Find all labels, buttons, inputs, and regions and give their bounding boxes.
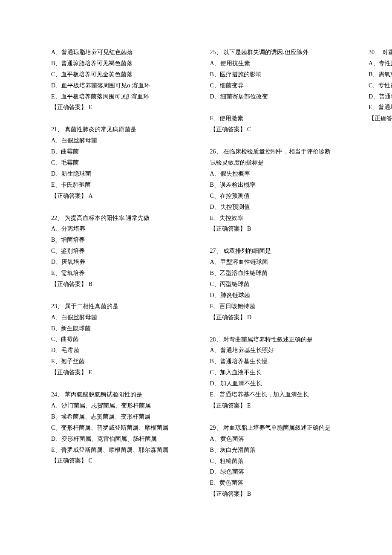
option: D、厌氧培养 bbox=[51, 257, 189, 268]
option: A、沙门菌属、志贺菌属、变形杆菌属 bbox=[51, 400, 189, 411]
answer: 【正确答案】 B bbox=[210, 223, 348, 234]
option: B、需氧或兼性厌氧菌 bbox=[369, 69, 392, 80]
option: A、假失控概率 bbox=[210, 168, 348, 179]
question-stem: 30、 对霍乱弧菌培养特性叙述正确的是 bbox=[369, 47, 392, 58]
option: A、普通琼脂培养可见红色菌落 bbox=[51, 47, 189, 58]
option: B、误差检出概率 bbox=[210, 179, 348, 191]
answer: 【正确答案】 D bbox=[210, 312, 348, 323]
option: A、专性厌氧菌 bbox=[369, 58, 392, 69]
option: C、鉴别培养 bbox=[51, 246, 189, 257]
option: D、普通培养基生长不良 bbox=[369, 91, 392, 102]
option: A、甲型溶血性链球菌 bbox=[210, 257, 348, 268]
option: E、血平板培养菌落周围可见β-溶血环 bbox=[51, 91, 189, 102]
option: C、细菌变异 bbox=[210, 80, 348, 91]
option: A、普通培养基生长照好 bbox=[210, 345, 348, 356]
question-25-partial: 25、 以下是菌群失调的诱因.但应除外 A、使用抗生素 B、医疗措施的影响 C、… bbox=[210, 47, 348, 102]
question-stem: 28、 对弯曲菌属培养特性叙述正确的是 bbox=[210, 334, 348, 345]
question-24: 24、 苯丙氨酸脱氨酶试验阳性的是 A、沙门菌属、志贺菌属、变形杆菌属 B、埃希… bbox=[51, 389, 189, 466]
question-29: 29、 对血琼脂上培养气单胞菌属叙述正确的是 A、黄色菌落 B、灰白光滑菌落 C… bbox=[210, 422, 348, 500]
option: C、在控预测值 bbox=[210, 191, 348, 202]
option: E、使用激素 bbox=[210, 113, 348, 124]
question-22: 22、 为提高血标本的阳性率.通常先做 A、分离培养 B、增菌培养 C、鉴别培养… bbox=[51, 213, 189, 290]
option: D、毛霉菌 bbox=[51, 345, 189, 356]
question-stem: 24、 苯丙氨酸脱氨酶试验阳性的是 bbox=[51, 389, 189, 400]
option: A、分离培养 bbox=[51, 223, 189, 234]
option: E、卡氏肺孢菌 bbox=[51, 179, 189, 191]
option: A、使用抗生素 bbox=[210, 58, 348, 69]
option: E、普通培养基不生长，加入血清生长 bbox=[210, 389, 348, 400]
option: D、细菌寄居部位改变 bbox=[210, 91, 348, 102]
option: A、黄色菌落 bbox=[210, 434, 348, 445]
option: B、医疗措施的影响 bbox=[210, 69, 348, 80]
page-columns: A、普通琼脂培养可见红色菌落 B、普通琼脂培养可见褐色菌落 C、血平板培养可见金… bbox=[51, 47, 347, 524]
option: C、丙型链球菌 bbox=[210, 279, 348, 290]
option: B、乙型溶血性链球菌 bbox=[210, 268, 348, 279]
option: C、专性需氧菌 bbox=[369, 80, 392, 91]
question-stem: 27、 成双排列的细菌是 bbox=[210, 246, 348, 257]
option: E、黄色菌落 bbox=[210, 477, 348, 489]
option: D、加人血清不生长 bbox=[210, 378, 348, 389]
question-stem: 29、 对血琼脂上培养气单胞菌属叙述正确的是 bbox=[210, 422, 348, 434]
option: B、普通培养基生长慢 bbox=[210, 356, 348, 367]
question-stem: 22、 为提高血标本的阳性率.通常先做 bbox=[51, 213, 189, 224]
option: C、血平板培养可见金黄色菌落 bbox=[51, 69, 189, 80]
option: C、加入血液不生长 bbox=[210, 367, 348, 378]
option: E、百日咳鲍特菌 bbox=[210, 301, 348, 312]
answer: 【正确答案】 E bbox=[51, 102, 189, 113]
option: B、埃希菌属、志贺菌属、变形杆菌属 bbox=[51, 411, 189, 422]
option: B、增菌培养 bbox=[51, 234, 189, 246]
option: D、血平板培养菌落周围可见α-溶血环 bbox=[51, 80, 189, 91]
option: E、普罗威登斯菌属、摩根菌属、耶尔森菌属 bbox=[51, 445, 189, 456]
option: C、曲霉菌 bbox=[51, 334, 189, 345]
option: E、需氧培养 bbox=[51, 268, 189, 279]
option: D、绿色菌落 bbox=[210, 466, 348, 477]
option: E、孢子丝菌 bbox=[51, 356, 189, 367]
question-stem-line: 试验灵敏度的指标是 bbox=[210, 157, 348, 168]
question-stem: 21、 真菌性肺炎的常见病原菌是 bbox=[51, 124, 189, 135]
option: B、灰白光滑菌落 bbox=[210, 445, 348, 456]
answer: 【正确答案】 A bbox=[51, 191, 189, 202]
option: B、曲霉菌 bbox=[51, 146, 189, 157]
option: B、新生隐球菌 bbox=[51, 323, 189, 334]
option: D、肺炎链球菌 bbox=[210, 290, 348, 301]
answer: 【正确答案】 C bbox=[210, 124, 348, 135]
option: D、失控预测值 bbox=[210, 202, 348, 213]
question-28: 28、 对弯曲菌属培养特性叙述正确的是 A、普通培养基生长照好 B、普通培养基生… bbox=[210, 334, 348, 411]
answer: 【正确答案】 B bbox=[51, 279, 189, 290]
option: C、变形杆菌属、普罗威登斯菌属、摩根菌属 bbox=[51, 422, 189, 434]
option: D、新生隐球菌 bbox=[51, 168, 189, 179]
option: D、变形杆菌属、克雷伯菌属、肠杆菌属 bbox=[51, 434, 189, 445]
answer: 【正确答案】 E bbox=[51, 367, 189, 378]
option: E、普通培养基不能生长 bbox=[369, 102, 392, 113]
answer: 【正确答案】 C bbox=[51, 455, 189, 466]
option: C、毛霉菌 bbox=[51, 157, 189, 168]
question-stem: 23、 属于二相性真菌的是 bbox=[51, 301, 189, 312]
question-stem-line: 26、 在临床检验质量控制中，相当于评价诊断 bbox=[210, 146, 348, 157]
answer: 【正确答案】 B bbox=[369, 113, 392, 124]
option: A、白假丝酵母菌 bbox=[51, 312, 189, 323]
question-stem: 25、 以下是菌群失调的诱因.但应除外 bbox=[210, 47, 348, 58]
question-20-continuation: A、普通琼脂培养可见红色菌落 B、普通琼脂培养可见褐色菌落 C、血平板培养可见金… bbox=[51, 47, 189, 113]
answer: 【正确答案】 B bbox=[210, 489, 348, 500]
question-25-continuation: E、使用激素 【正确答案】 C bbox=[210, 113, 348, 135]
answer: 【正确答案】 E bbox=[210, 400, 348, 411]
question-27: 27、 成双排列的细菌是 A、甲型溶血性链球菌 B、乙型溶血性链球菌 C、丙型链… bbox=[210, 246, 348, 323]
option: E、失控效率 bbox=[210, 213, 348, 224]
option: B、普通琼脂培养可见褐色菌落 bbox=[51, 58, 189, 69]
option: A、白假丝酵母菌 bbox=[51, 135, 189, 146]
question-26: 26、 在临床检验质量控制中，相当于评价诊断 试验灵敏度的指标是 A、假失控概率… bbox=[210, 146, 348, 234]
question-30: 30、 对霍乱弧菌培养特性叙述正确的是 A、专性厌氧菌 B、需氧或兼性厌氧菌 C… bbox=[369, 47, 392, 124]
question-23: 23、 属于二相性真菌的是 A、白假丝酵母菌 B、新生隐球菌 C、曲霉菌 D、毛… bbox=[51, 301, 189, 378]
question-21: 21、 真菌性肺炎的常见病原菌是 A、白假丝酵母菌 B、曲霉菌 C、毛霉菌 D、… bbox=[51, 124, 189, 201]
option: C、粗糙菌落 bbox=[210, 456, 348, 467]
